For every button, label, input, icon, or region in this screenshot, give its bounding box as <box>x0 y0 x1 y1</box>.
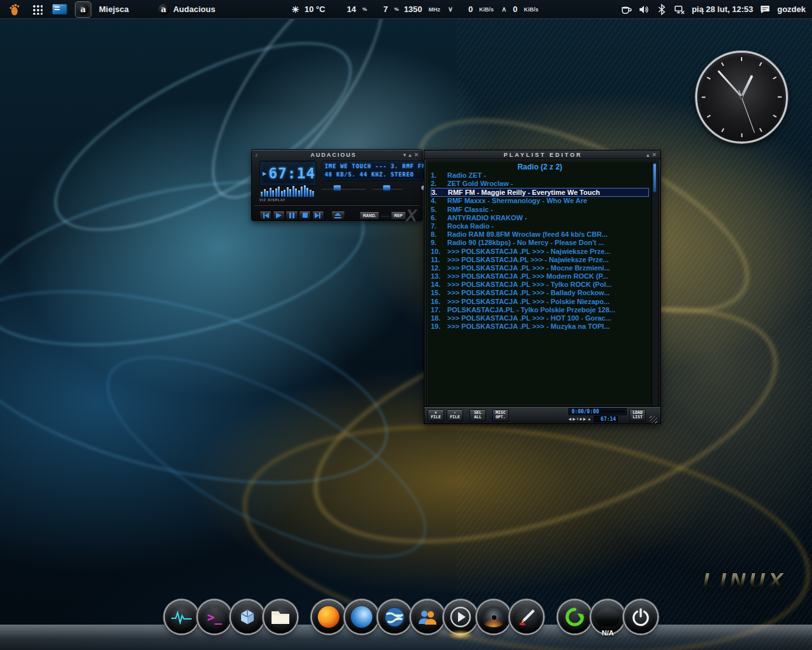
playlist-row[interactable]: 10.>>> POLSKASTACJA .PL >>> - Najwieksze… <box>431 248 649 256</box>
thunderbird-icon[interactable] <box>345 600 378 633</box>
gnome-foot-icon <box>8 3 20 16</box>
playlist-group-header[interactable]: Radio (2 z 2) <box>431 162 649 171</box>
audacious-launcher-icon[interactable]: a <box>75 1 91 18</box>
remove-file-button[interactable]: -FILE <box>447 409 463 421</box>
playlist-row[interactable]: 17.POLSKASTACJA.PL - Tylko Polskie Przeb… <box>431 306 649 314</box>
load-list-button[interactable]: LOADLIST <box>629 409 646 421</box>
virtualbox-icon[interactable] <box>231 600 264 633</box>
playlist-row[interactable]: 4.RMF Maxxx - Shermanology - Who We Are <box>431 197 649 205</box>
previous-button[interactable] <box>259 211 272 220</box>
messenger-icon[interactable] <box>411 600 444 633</box>
web-browser-icon[interactable] <box>378 600 411 633</box>
resize-grip[interactable] <box>650 416 657 423</box>
playlist-viewport: Radio (2 z 2) 1.Radio ZET -2.ZET Gold Wr… <box>426 161 658 406</box>
net-monitor-applet[interactable]: 0 KiB/s ∧ 0 KiB/s <box>468 4 540 14</box>
playlist-row[interactable]: 5.RMF Classic - <box>431 206 649 214</box>
places-menu[interactable]: Miejsca <box>99 4 129 14</box>
playlist-row[interactable]: 7.Rocka Radio - <box>431 222 649 230</box>
play-button[interactable] <box>273 211 285 220</box>
playlist-row[interactable]: 16.>>> POLSKASTACJA .PL >>> - Polskie Ni… <box>431 298 649 306</box>
playlist-row[interactable]: 19.>>> POLSKASTACJA .PL >>> - Muzyka na … <box>431 322 649 331</box>
mini-next-button[interactable]: ▶ <box>583 416 586 422</box>
linux-wallpaper-logo: LINUX <box>703 568 787 593</box>
network-offline-icon[interactable] <box>674 4 685 15</box>
next-button[interactable] <box>312 211 324 220</box>
cpu-freq-applet[interactable]: 7% 1350 MHz ∨ <box>383 4 454 14</box>
playlist-row[interactable]: 13.>>> POLSKASTACJA .PL >>> Modern ROCK … <box>431 272 649 281</box>
playlist-titlebar[interactable]: PLAYLIST EDITOR ▴ ✕ <box>424 150 660 159</box>
mini-previous-button[interactable]: ◀ <box>568 416 572 422</box>
mini-stop-button[interactable]: ■ <box>580 416 582 422</box>
player-window-icon: ♪ <box>255 152 264 158</box>
coffee-cup-icon[interactable] <box>620 4 632 15</box>
playlist-row[interactable]: 14.>>> POLSKASTACJA .PL >>> - Tylko ROCK… <box>431 281 649 289</box>
weather-temp: 10 °C <box>304 4 325 14</box>
rolldown-icon[interactable]: ▾ <box>403 152 406 158</box>
terminal-launcher-icon[interactable] <box>52 2 67 17</box>
firefox-icon[interactable] <box>312 600 345 633</box>
close-icon[interactable]: ✕ <box>652 152 657 158</box>
playlist-row[interactable]: 1.Radio ZET - <box>431 171 649 180</box>
weather-applet[interactable]: ☀ 10 °C <box>291 4 325 15</box>
terminal-icon[interactable]: >_ <box>198 600 231 633</box>
session-refresh-icon[interactable] <box>558 600 591 633</box>
playlist-row[interactable]: 15.>>> POLSKASTACJA .PL >>> - Ballady Ro… <box>431 289 649 297</box>
repeat-button[interactable]: REP <box>391 211 405 220</box>
file-manager-icon[interactable] <box>264 600 297 633</box>
mini-play-button[interactable]: ▶ <box>573 416 576 422</box>
weather-na-icon[interactable]: N/A <box>591 600 624 633</box>
pause-button[interactable] <box>285 211 298 220</box>
playlist-row[interactable]: 6.ANTYRADIO KRAKOW - <box>431 214 649 222</box>
cpu-usage-unit: % <box>362 6 367 12</box>
playlist-row[interactable]: 11.>>> POLSKASTACJA.PL >>> - Najwieksze … <box>431 256 649 264</box>
playlist-row[interactable]: 12.>>> POLSKASTACJA .PL >>> - Mocne Brzm… <box>431 264 649 272</box>
gnome-menu-icon[interactable] <box>6 2 22 17</box>
time-display[interactable]: ▶ 67:14 <box>259 161 317 186</box>
playlist-row[interactable]: 3.RMF FM - Maggie Reilly - Everytime We … <box>431 188 649 197</box>
volume-icon[interactable] <box>638 4 650 15</box>
playlist-row[interactable]: 9.Radio 90 (128kbps) - No Mercy - Please… <box>431 239 649 247</box>
power-icon[interactable] <box>624 600 657 633</box>
spectrum-analyzer[interactable] <box>259 187 317 197</box>
chevron-down-icon: ∨ <box>448 5 453 13</box>
media-player-icon[interactable] <box>444 600 477 633</box>
cpu-usage-applet[interactable]: 14% <box>347 4 367 14</box>
misc-options-button[interactable]: MISCOPT. <box>492 409 509 421</box>
user-menu[interactable]: gozdek <box>777 4 806 14</box>
playlist-row[interactable]: 2.ZET Gold Wroclaw - <box>431 180 649 188</box>
close-icon[interactable]: ✕ <box>414 152 419 158</box>
clock-widget[interactable] <box>695 51 788 143</box>
system-monitor-icon[interactable] <box>165 600 198 633</box>
bluetooth-icon[interactable] <box>656 4 667 15</box>
player-titlebar[interactable]: ♪ AUDACIOUS ▾ ▴ ✕ <box>252 150 422 159</box>
window-list-audacious[interactable]: a Audacious <box>153 3 220 17</box>
image-editor-icon[interactable] <box>510 600 543 633</box>
add-file-button[interactable]: +FILE <box>428 409 444 421</box>
net-down-value: 0 <box>468 4 473 14</box>
playlist-scrollbar[interactable] <box>652 162 657 405</box>
volume-slider-thumb[interactable] <box>333 185 341 191</box>
playlist-row[interactable]: 8.Radio RAM 89.8FM Wroclaw (feed 64 kb/s… <box>431 230 649 239</box>
mini-eject-button[interactable]: ▲ <box>587 416 591 422</box>
chat-bubble-icon[interactable] <box>759 4 771 15</box>
eject-button[interactable] <box>331 211 345 220</box>
balance-slider[interactable] <box>372 187 403 189</box>
disc-burner-icon[interactable] <box>477 600 510 633</box>
playlist-toolbar: +FILE -FILE SELALL MISCOPT. 0:00/0:00 ◀ … <box>424 406 660 423</box>
stop-button[interactable] <box>299 211 311 220</box>
playlist-row[interactable]: 18.>>> POLSKASTACJA .PL >>> - HOT 100 - … <box>431 314 649 322</box>
panel-clock[interactable]: pią 28 lut, 12:53 <box>691 4 753 14</box>
mini-pause-button[interactable]: ‖ <box>577 416 578 422</box>
top-panel: a Miejsca a Audacious ☀ 10 °C 14% 7% 135… <box>0 0 812 19</box>
select-all-button[interactable]: SELALL <box>469 409 486 421</box>
cpu-freq-usage-unit: % <box>395 6 399 12</box>
balance-slider-thumb[interactable] <box>383 185 391 191</box>
shuffle-button[interactable]: RAND. <box>360 211 379 220</box>
audacious-window-icon: a <box>158 4 169 15</box>
apps-grid-icon[interactable] <box>29 2 44 17</box>
shade-icon[interactable]: ▴ <box>409 152 412 158</box>
play-indicator-icon: ▶ <box>263 171 266 176</box>
volume-slider[interactable] <box>322 187 366 189</box>
shade-icon[interactable]: ▴ <box>646 152 650 158</box>
playlist-scrollbar-thumb[interactable] <box>653 163 657 192</box>
